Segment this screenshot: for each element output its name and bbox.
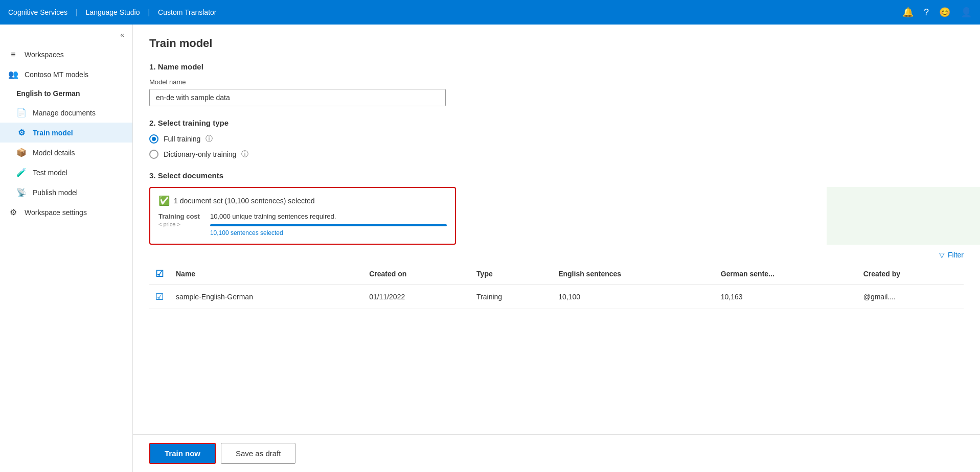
section-training-type: 2. Select training type Full training ⓘ … xyxy=(149,119,964,159)
nav-language-studio[interactable]: Language Studio xyxy=(86,8,140,16)
th-english-sentences: English sentences xyxy=(552,263,715,285)
doc-selection-box: ✅ 1 document set (10,100 sentences) sele… xyxy=(149,187,456,245)
header-checkbox[interactable]: ☑ xyxy=(155,269,164,279)
radio-dictionary-label: Dictionary-only training xyxy=(164,150,236,158)
bell-icon[interactable]: 🔔 xyxy=(902,7,914,18)
page-title: Train model xyxy=(149,37,964,50)
model-name-input[interactable] xyxy=(149,89,446,106)
sidebar-item-train-model-label: Train model xyxy=(33,129,73,137)
sidebar-item-test-model-label: Test model xyxy=(33,169,67,177)
nav-cognitive-services[interactable]: Cognitive Services xyxy=(8,8,67,16)
sidebar-item-contoso[interactable]: 👥 Contoso MT models xyxy=(0,64,132,84)
step3-heading: 3. Select documents xyxy=(149,171,964,180)
user-icon[interactable]: 👤 xyxy=(961,7,972,18)
training-cost-price: < price > xyxy=(158,221,180,227)
train-model-icon: ⚙ xyxy=(16,128,27,137)
radio-full-training-circle xyxy=(149,134,158,144)
row-checkbox-cell[interactable]: ☑ xyxy=(149,285,170,309)
row-checkbox[interactable]: ☑ xyxy=(155,292,164,302)
required-sentences-text: 10,000 unique training sentences require… xyxy=(210,213,447,220)
sidebar-item-workspaces[interactable]: ≡ Workspaces xyxy=(0,45,132,64)
th-type: Type xyxy=(470,263,552,285)
filter-label: Filter xyxy=(948,251,964,259)
full-training-info-icon[interactable]: ⓘ xyxy=(206,134,213,144)
progress-bar-fill xyxy=(210,224,447,226)
smiley-icon[interactable]: 😊 xyxy=(939,7,950,18)
test-model-icon: 🧪 xyxy=(16,168,27,177)
row-created-on: 01/11/2022 xyxy=(363,285,470,309)
sidebar-item-model-details[interactable]: 📦 Model details xyxy=(0,143,132,162)
doc-selection-body: Training cost < price > 10,000 unique tr… xyxy=(158,213,447,237)
workspace-settings-icon: ⚙ xyxy=(8,207,18,217)
selected-sentences-label: 10,100 sentences selected xyxy=(210,229,447,237)
sidebar-item-workspace-settings-label: Workspace settings xyxy=(25,208,87,217)
table-body: ☑ sample-English-German 01/11/2022 Train… xyxy=(149,285,964,309)
radio-full-training[interactable]: Full training ⓘ xyxy=(149,134,964,144)
row-created-by: @gmail.... xyxy=(857,285,964,309)
row-name: sample-English-German xyxy=(170,285,363,309)
documents-table: ☑ Name Created on Type English sentences… xyxy=(149,263,964,309)
doc-info: 10,000 unique training sentences require… xyxy=(210,213,447,237)
step1-heading: 1. Name model xyxy=(149,62,964,71)
sidebar-collapse-button[interactable]: « xyxy=(0,25,132,45)
save-as-draft-button[interactable]: Save as draft xyxy=(221,443,295,464)
sidebar-item-english-german-label: English to German xyxy=(16,89,80,98)
workspaces-icon: ≡ xyxy=(8,50,18,59)
doc-selection-status: 1 document set (10,100 sentences) select… xyxy=(174,197,315,205)
filter-row: ▽ Filter xyxy=(149,251,964,259)
section-select-documents: 3. Select documents ✅ 1 document set (10… xyxy=(149,171,964,309)
sidebar-item-contoso-label: Contoso MT models xyxy=(25,70,88,79)
table-header: ☑ Name Created on Type English sentences… xyxy=(149,263,964,285)
sidebar-item-workspaces-label: Workspaces xyxy=(25,51,64,59)
sidebar-item-publish-model[interactable]: 📡 Publish model xyxy=(0,182,132,202)
table-header-row: ☑ Name Created on Type English sentences… xyxy=(149,263,964,285)
sidebar-item-publish-model-label: Publish model xyxy=(33,188,78,197)
radio-full-training-label: Full training xyxy=(164,135,200,143)
model-name-label: Model name xyxy=(149,78,964,86)
table-row: ☑ sample-English-German 01/11/2022 Train… xyxy=(149,285,964,309)
main-content: Train model 1. Name model Model name 2. … xyxy=(133,25,980,434)
sidebar-item-workspace-settings[interactable]: ⚙ Workspace settings xyxy=(0,202,132,222)
help-icon[interactable]: ? xyxy=(924,7,929,18)
training-cost-label: Training cost < price > xyxy=(158,213,200,237)
nav-custom-translator[interactable]: Custom Translator xyxy=(158,8,216,16)
nav-sep-2: | xyxy=(148,8,150,16)
th-created-on: Created on xyxy=(363,263,470,285)
publish-model-icon: 📡 xyxy=(16,187,27,197)
green-band xyxy=(827,187,980,245)
sidebar-item-manage-docs[interactable]: 📄 Manage documents xyxy=(0,103,132,123)
top-nav: Cognitive Services | Language Studio | C… xyxy=(0,0,980,25)
training-type-radio-group: Full training ⓘ Dictionary-only training… xyxy=(149,134,964,159)
filter-icon: ▽ xyxy=(939,251,945,259)
sidebar-item-manage-docs-label: Manage documents xyxy=(33,109,96,117)
main-layout: « ≡ Workspaces 👥 Contoso MT models Engli… xyxy=(0,25,980,472)
th-checkbox: ☑ xyxy=(149,263,170,285)
dictionary-info-icon[interactable]: ⓘ xyxy=(241,150,248,159)
th-german-sentences: German sente... xyxy=(715,263,857,285)
check-circle-icon: ✅ xyxy=(158,195,170,206)
row-english-sentences: 10,100 xyxy=(552,285,715,309)
contoso-icon: 👥 xyxy=(8,69,18,79)
bottom-bar: Train now Save as draft xyxy=(133,434,980,472)
sidebar-item-model-details-label: Model details xyxy=(33,149,75,157)
th-created-by: Created by xyxy=(857,263,964,285)
nav-sep-1: | xyxy=(76,8,78,16)
filter-button[interactable]: ▽ Filter xyxy=(939,251,964,259)
model-details-icon: 📦 xyxy=(16,148,27,157)
doc-selection-header: ✅ 1 document set (10,100 sentences) sele… xyxy=(158,195,447,206)
sidebar-item-train-model[interactable]: ⚙ Train model xyxy=(0,123,132,143)
progress-bar-container xyxy=(210,224,447,226)
sidebar: « ≡ Workspaces 👥 Contoso MT models Engli… xyxy=(0,25,133,472)
radio-dictionary-circle xyxy=(149,150,158,159)
sidebar-item-test-model[interactable]: 🧪 Test model xyxy=(0,162,132,182)
step2-heading: 2. Select training type xyxy=(149,119,964,127)
training-cost-heading: Training cost xyxy=(158,213,200,220)
radio-dictionary-only[interactable]: Dictionary-only training ⓘ xyxy=(149,150,964,159)
section-name-model: 1. Name model Model name xyxy=(149,62,964,106)
train-now-button[interactable]: Train now xyxy=(149,443,216,464)
nav-right: 🔔 ? 😊 👤 xyxy=(902,7,972,18)
th-name: Name xyxy=(170,263,363,285)
doc-selection-row: ✅ 1 document set (10,100 sentences) sele… xyxy=(149,187,964,245)
sidebar-item-english-german[interactable]: English to German xyxy=(0,84,132,103)
row-type: Training xyxy=(470,285,552,309)
